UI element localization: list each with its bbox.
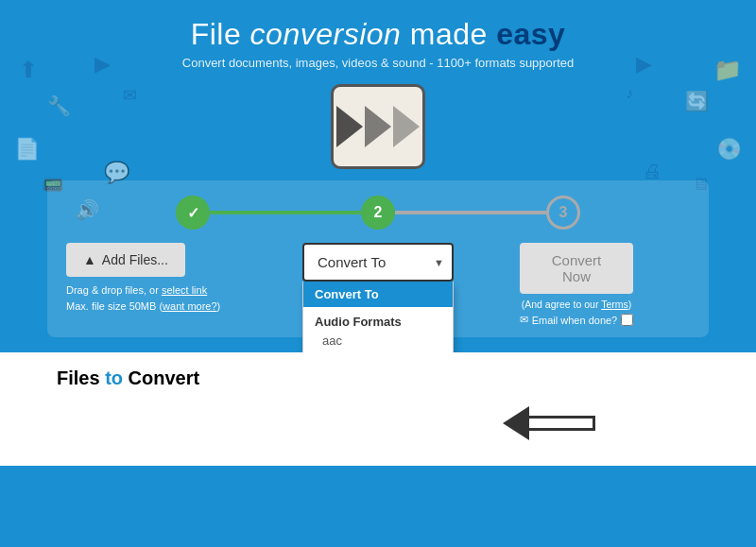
arrow-2	[365, 106, 391, 147]
page-header: File conversion made easy Convert docume…	[0, 0, 756, 79]
convert-now-button[interactable]: Convert Now	[520, 243, 633, 294]
step-2: 2	[361, 196, 395, 230]
steps-indicator: ✓ 2 3	[66, 196, 690, 230]
bottom-section: Files to Convert	[0, 352, 756, 466]
terms-text: (And agree to our Terms)	[463, 299, 690, 310]
files-to-convert-title: Files to Convert	[57, 368, 699, 389]
arrow-3	[393, 106, 420, 147]
convert-to-select[interactable]: Convert To	[302, 243, 454, 282]
email-row: ✉ Email when done?	[463, 314, 690, 326]
logo-box	[331, 84, 425, 169]
logo-area	[0, 84, 756, 169]
arrow-indicator	[503, 406, 595, 440]
left-section: ▲ Add Files... Drag & drop files, or sel…	[66, 243, 293, 314]
email-icon: ✉	[520, 314, 528, 326]
convert-to-wrapper: Convert To	[302, 243, 454, 282]
logo-arrows	[336, 106, 420, 147]
upload-icon: ▲	[83, 252, 96, 267]
dropdown-item-aac[interactable]: aac	[303, 331, 453, 350]
subtitle: Convert documents, images, videos & soun…	[0, 56, 756, 70]
arrow-body	[529, 416, 595, 431]
convert-to-section: Convert To Convert To Audio Formats aac …	[302, 243, 454, 282]
want-more-link[interactable]: want more?	[163, 300, 216, 312]
page-title: File conversion made easy	[0, 17, 756, 52]
right-section: Convert Now (And agree to our Terms) ✉ E…	[463, 243, 690, 326]
select-link[interactable]: select link	[162, 284, 207, 296]
dropdown-category: Audio Formats	[303, 307, 453, 331]
conversion-panel: ✓ 2 3 ▲ Add Files... Drag & drop files, …	[47, 180, 709, 337]
arrow-head	[503, 406, 529, 440]
arrow-1	[336, 106, 363, 147]
dropdown-header: Convert To	[303, 282, 453, 307]
terms-link[interactable]: Terms	[601, 299, 628, 310]
action-row: ▲ Add Files... Drag & drop files, or sel…	[66, 243, 690, 326]
step-line-2	[395, 211, 546, 214]
add-files-button[interactable]: ▲ Add Files...	[66, 243, 185, 277]
drag-drop-text: Drag & drop files, or select link Max. f…	[66, 282, 293, 314]
step-line-1	[210, 211, 361, 214]
step-3: 3	[546, 196, 580, 230]
step-1: ✓	[176, 196, 210, 230]
email-checkbox[interactable]	[621, 314, 633, 326]
